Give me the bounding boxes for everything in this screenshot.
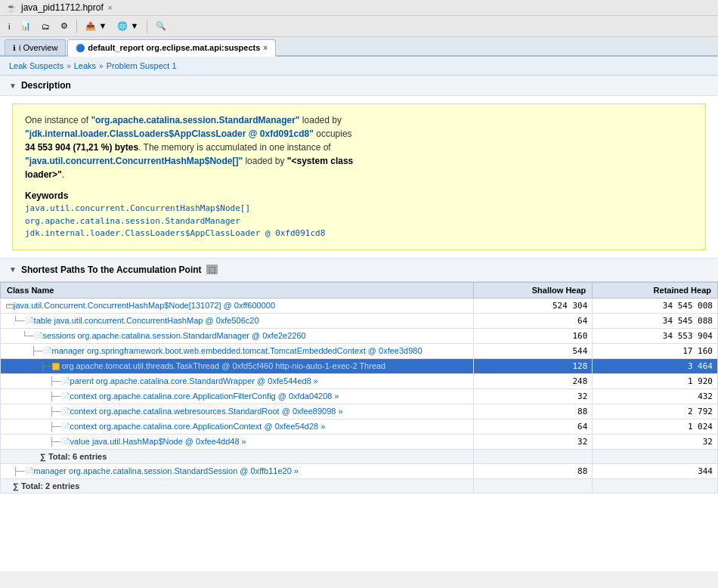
table-row[interactable]: ∑ Total: 2 entries <box>1 478 718 493</box>
description-box: One instance of "org.apache.catalina.ses… <box>12 104 706 250</box>
table-row[interactable]: ├─ org.apache.tomcat.util.threads.TaskTh… <box>1 358 718 373</box>
table-row[interactable]: ├─📄parent org.apache.catalina.core.Stand… <box>1 373 718 388</box>
cell-class-name: ├─📄parent org.apache.catalina.core.Stand… <box>1 373 474 388</box>
cell-shallow <box>474 449 593 463</box>
toolbar-globe-btn[interactable]: 🌐 ▼ <box>113 19 142 33</box>
toolbar-files-btn[interactable]: 🗂 <box>38 20 54 33</box>
description-section-header[interactable]: ▼ Description <box>0 76 718 96</box>
tree-branch-icon: ├─ <box>31 346 43 355</box>
class-link[interactable]: manager org.springframework.boot.web.emb… <box>52 346 422 355</box>
toolbar-search-btn[interactable]: 🔍 <box>152 19 170 33</box>
class-link[interactable]: org.apache.tomcat.util.threads.TaskThrea… <box>60 361 386 370</box>
class-link[interactable]: parent org.apache.catalina.core.Standard… <box>70 376 318 385</box>
cell-retained: 3 464 <box>593 358 718 373</box>
cell-shallow: 160 <box>474 328 593 343</box>
cell-shallow: 128 <box>474 358 593 373</box>
table-row[interactable]: ├─📄context org.apache.catalina.webresour… <box>1 404 718 419</box>
cell-retained: 17 160 <box>593 343 718 358</box>
tree-branch-icon: ├─ <box>49 376 61 385</box>
obj-icon: 📄 <box>61 438 70 446</box>
class-link[interactable]: java.util.Concurrent.ConcurrentHashMap$N… <box>14 301 275 310</box>
desc-para: One instance of "org.apache.catalina.ses… <box>25 113 693 181</box>
breadcrumb-leaks[interactable]: Leaks <box>74 61 96 70</box>
class-link[interactable]: sessions org.apache.catalina.session.Sta… <box>43 331 306 340</box>
breadcrumb-leak-suspects[interactable]: Leak Suspects <box>9 61 63 70</box>
obj-icon: 📄 <box>25 467 34 475</box>
toolbar-info-btn[interactable]: i <box>5 20 14 33</box>
content-area: ▼ Description One instance of "org.apach… <box>0 76 718 571</box>
title-bar-label: java_pid11712.hprof <box>21 2 104 13</box>
paths-export-icon[interactable]: ⬚ <box>206 265 218 274</box>
java-local-icon <box>52 363 60 370</box>
tab-overview-icon: ℹ <box>13 44 16 52</box>
keyword-3: jdk.internal.loader.ClassLoaders$AppClas… <box>25 227 693 240</box>
table-row[interactable]: └─📄sessions org.apache.catalina.session.… <box>1 328 718 343</box>
cell-shallow: 524 304 <box>474 298 593 313</box>
cell-class-name: ├─📄context org.apache.catalina.core.Appl… <box>1 388 474 404</box>
tree-branch-icon: ├─ <box>49 407 61 416</box>
title-bar: ☕ java_pid11712.hprof × <box>0 0 718 16</box>
cell-class-name: ├─📄manager org.springframework.boot.web.… <box>1 343 474 358</box>
tree-branch-icon: ├─ <box>49 422 61 431</box>
col-retained-heap: Retained Heap <box>593 282 718 298</box>
cell-retained: 34 545 088 <box>593 313 718 328</box>
breadcrumb-sep1: » <box>67 62 71 70</box>
table-row[interactable]: ∑ Total: 6 entries <box>1 449 718 463</box>
tree-branch-icon: └─ <box>13 316 25 325</box>
cell-retained: 432 <box>593 388 718 404</box>
cell-shallow: 544 <box>474 343 593 358</box>
obj-icon: 📄 <box>43 347 52 355</box>
tab-overview[interactable]: ℹ i Overview <box>5 39 66 55</box>
col-class-name: Class Name <box>1 282 474 298</box>
table-row[interactable]: ├─📄manager org.apache.catalina.session.S… <box>1 463 718 478</box>
col-shallow-heap: Shallow Heap <box>474 282 593 298</box>
cell-class-name: └─📄sessions org.apache.catalina.session.… <box>1 328 474 343</box>
breadcrumb-problem-suspect[interactable]: Problem Suspect 1 <box>107 61 177 70</box>
cell-class-name: 🗃java.util.Concurrent.ConcurrentHashMap$… <box>1 298 474 313</box>
cell-retained: 1 024 <box>593 419 718 434</box>
class-link[interactable]: context org.apache.catalina.core.Applica… <box>70 391 339 401</box>
cell-retained: 32 <box>593 434 718 449</box>
toolbar-sep1 <box>76 20 77 33</box>
keywords-section: Keywords java.util.concurrent.Concurrent… <box>25 189 693 240</box>
table-row[interactable]: 🗃java.util.Concurrent.ConcurrentHashMap$… <box>1 298 718 313</box>
obj-icon: 📄 <box>34 332 43 340</box>
table-row[interactable]: └─📄table java.util.concurrent.Concurrent… <box>1 313 718 328</box>
toolbar-sep2 <box>147 20 147 33</box>
table-row[interactable]: ├─📄manager org.springframework.boot.web.… <box>1 343 718 358</box>
cell-class-name: ├─📄value java.util.HashMap$Node @ 0xfee4… <box>1 434 474 449</box>
table-row[interactable]: ├─📄value java.util.HashMap$Node @ 0xfee4… <box>1 434 718 449</box>
toolbar-export-btn[interactable]: 📤 ▼ <box>82 19 110 33</box>
obj-icon: 📄 <box>25 317 34 325</box>
table-row[interactable]: ├─📄context org.apache.catalina.core.Appl… <box>1 388 718 404</box>
paths-toggle-icon: ▼ <box>9 265 17 274</box>
obj-icon: 📄 <box>61 392 70 401</box>
class-link[interactable]: context org.apache.catalina.webresources… <box>70 407 343 416</box>
class-link[interactable]: context org.apache.catalina.core.Applica… <box>70 422 326 431</box>
tab-default-report[interactable]: 🔵 default_report org.eclipse.mat.api:sus… <box>67 39 276 57</box>
title-close-icon[interactable]: × <box>108 4 113 12</box>
toolbar-settings-btn[interactable]: ⚙ <box>57 19 72 33</box>
keyword-1: java.util.concurrent.ConcurrentHashMap$N… <box>25 203 693 215</box>
cell-retained: 34 545 008 <box>593 298 718 313</box>
class-link[interactable]: manager org.apache.catalina.session.Stan… <box>34 466 299 475</box>
class-link[interactable]: value java.util.HashMap$Node @ 0xfee4dd4… <box>70 437 246 446</box>
cell-class-name: ∑ Total: 2 entries <box>1 478 474 493</box>
heap-table: Class Name Shallow Heap Retained Heap 🗃j… <box>0 282 718 494</box>
tree-branch-icon: ├─ <box>49 391 61 401</box>
title-bar-icon: ☕ <box>6 3 17 13</box>
cell-shallow: 64 <box>474 313 593 328</box>
cell-shallow: 88 <box>474 404 593 419</box>
toolbar-chart-btn[interactable]: 📊 <box>17 19 35 33</box>
keywords-title: Keywords <box>25 189 693 203</box>
cell-class-name: ∑ Total: 6 entries <box>1 449 474 463</box>
breadcrumb: Leak Suspects » Leaks » Problem Suspect … <box>0 57 718 76</box>
cell-shallow: 64 <box>474 419 593 434</box>
table-row[interactable]: ├─📄context org.apache.catalina.core.Appl… <box>1 419 718 434</box>
class-link[interactable]: table java.util.concurrent.ConcurrentHas… <box>34 316 259 325</box>
cell-retained: 34 553 904 <box>593 328 718 343</box>
tab-report-icon: 🔵 <box>76 44 85 52</box>
cell-shallow: 32 <box>474 434 593 449</box>
paths-section-header[interactable]: ▼ Shortest Paths To the Accumulation Poi… <box>0 258 718 282</box>
tab-report-close[interactable]: × <box>263 44 268 52</box>
